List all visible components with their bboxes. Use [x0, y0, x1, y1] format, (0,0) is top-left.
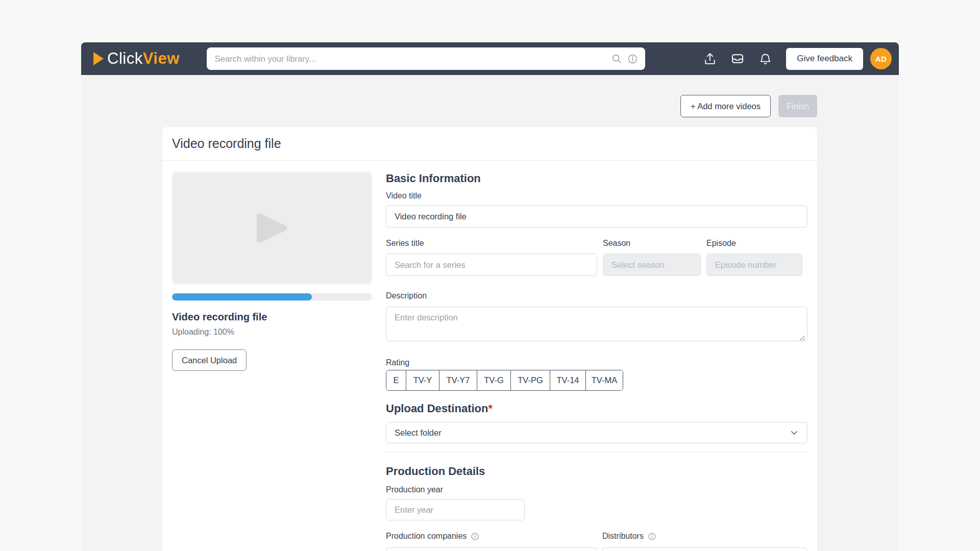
logo-text: ClickView	[107, 49, 180, 68]
section-divider	[386, 452, 807, 452]
production-year-input[interactable]	[386, 499, 525, 520]
search-icon[interactable]	[611, 53, 622, 64]
cancel-upload-button[interactable]: Cancel Upload	[172, 349, 247, 371]
basic-information-heading: Basic Information	[386, 172, 807, 185]
description-field	[386, 307, 807, 343]
card-body: Video recording file Uploading: 100% Can…	[162, 161, 817, 551]
series-title-field: Series title	[386, 239, 597, 276]
search-info-icon[interactable]	[627, 54, 638, 64]
description-label: Description	[386, 291, 807, 300]
navbar-right-group: Give feedback AD	[702, 48, 892, 70]
episode-input	[706, 254, 802, 276]
uploaded-file-title: Video recording file	[172, 311, 372, 323]
upload-status-text: Uploading: 100%	[172, 328, 372, 337]
inbox-icon[interactable]	[730, 51, 745, 66]
give-feedback-button[interactable]: Give feedback	[786, 48, 863, 70]
video-title-label: Video title	[386, 191, 807, 201]
search-icons	[611, 47, 638, 70]
distributors-field: Distributors	[602, 532, 807, 551]
production-companies-input[interactable]	[386, 547, 597, 551]
card-title-row: Video recording file	[162, 127, 817, 161]
season-input	[603, 254, 701, 276]
production-details-heading: Production Details	[386, 465, 807, 478]
info-icon[interactable]	[471, 532, 479, 541]
series-title-label: Series title	[386, 239, 597, 248]
upload-progress-bar	[172, 293, 372, 300]
video-thumbnail	[172, 172, 372, 284]
video-details-form: Basic Information Video title Series tit…	[386, 172, 807, 551]
season-label: Season	[603, 239, 701, 248]
production-companies-label: Production companies	[386, 532, 467, 541]
production-year-label: Production year	[386, 485, 807, 494]
textarea-resize-handle[interactable]	[800, 336, 805, 341]
notifications-bell-icon[interactable]	[757, 51, 773, 66]
rating-label: Rating	[386, 358, 807, 367]
clickview-logo[interactable]: ClickView	[93, 49, 180, 68]
video-title-input[interactable]	[386, 205, 807, 228]
required-asterisk: *	[488, 402, 493, 415]
rating-option-tv-y[interactable]: TV-Y	[406, 370, 439, 390]
top-navbar: ClickView	[81, 42, 899, 75]
thumbnail-play-icon	[255, 213, 289, 243]
upload-icon[interactable]	[702, 51, 718, 66]
rating-option-tv-y7[interactable]: TV-Y7	[439, 370, 477, 390]
upload-preview-column: Video recording file Uploading: 100% Can…	[172, 172, 372, 551]
finish-button[interactable]: Finish	[778, 95, 817, 117]
user-avatar[interactable]: AD	[870, 48, 892, 69]
series-season-episode-row: Series title Season Episode	[386, 239, 807, 276]
upload-destination-value: Select folder	[395, 428, 442, 438]
episode-label: Episode	[706, 239, 802, 248]
distributors-label: Distributors	[602, 532, 644, 541]
page-title: Video recording file	[172, 136, 281, 151]
library-search	[207, 47, 645, 70]
search-input[interactable]	[207, 47, 645, 70]
add-more-videos-button[interactable]: + Add more videos	[680, 95, 771, 117]
rating-segmented-control: ETV-YTV-Y7TV-GTV-PGTV-14TV-MA	[386, 370, 623, 391]
video-details-card: Video recording file Video recording fil…	[162, 127, 817, 551]
upload-destination-heading-text: Upload Destination	[386, 402, 488, 415]
description-textarea[interactable]	[386, 307, 807, 341]
upload-progress-fill	[172, 293, 312, 300]
rating-option-tv-pg[interactable]: TV-PG	[510, 370, 550, 390]
episode-field: Episode	[706, 239, 802, 276]
page-actions: + Add more videos Finish	[81, 95, 817, 117]
upload-destination-heading: Upload Destination*	[386, 402, 807, 415]
rating-option-e[interactable]: E	[386, 370, 406, 390]
rating-option-tv-ma[interactable]: TV-MA	[585, 370, 623, 390]
rating-option-tv-14[interactable]: TV-14	[550, 370, 585, 390]
season-field: Season	[603, 239, 701, 276]
rating-option-tv-g[interactable]: TV-G	[477, 370, 510, 390]
series-title-input[interactable]	[386, 254, 597, 276]
content-column: ClickView	[81, 42, 899, 551]
companies-distributors-row: Production companies Distributors	[386, 532, 807, 551]
distributors-input[interactable]	[602, 547, 807, 551]
chevron-down-icon	[790, 428, 799, 437]
upload-destination-select[interactable]: Select folder	[386, 422, 807, 443]
production-companies-field: Production companies	[386, 532, 597, 551]
play-triangle-icon	[93, 52, 104, 65]
logo-click: Click	[107, 49, 143, 67]
info-icon[interactable]	[648, 532, 656, 541]
logo-view: View	[143, 49, 180, 67]
